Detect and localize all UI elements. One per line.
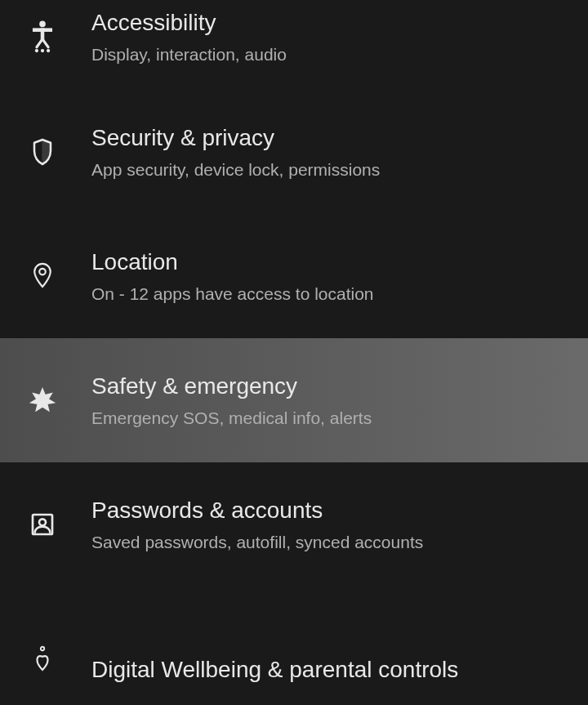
settings-item-subtitle: Emergency SOS, medical info, alerts (91, 407, 568, 429)
settings-item-title: Accessibility (91, 8, 568, 38)
accessibility-icon (23, 20, 62, 53)
svg-point-5 (36, 50, 38, 52)
settings-item-title: Security & privacy (91, 123, 568, 153)
svg-line-3 (37, 39, 42, 47)
settings-item-subtitle: App security, device lock, permissions (91, 158, 568, 181)
svg-point-6 (42, 50, 44, 52)
settings-item-title: Passwords & accounts (91, 496, 568, 525)
svg-point-11 (41, 647, 44, 650)
medical-star-icon (23, 386, 62, 414)
svg-line-4 (42, 39, 48, 47)
settings-item-title: Location (91, 248, 568, 277)
svg-point-7 (47, 50, 50, 52)
settings-item-title: Digital Wellbeing & parental controls (91, 655, 568, 685)
settings-item-subtitle: Display, interaction, audio (91, 43, 568, 65)
settings-item-subtitle: On - 12 apps have access to location (91, 283, 568, 305)
settings-item-title: Safety & emergency (91, 372, 568, 401)
settings-item-safety[interactable]: Safety & emergency Emergency SOS, medica… (0, 338, 588, 462)
settings-item-accessibility[interactable]: Accessibility Display, interaction, audi… (0, 0, 588, 90)
settings-item-text: Digital Wellbeing & parental controls (91, 655, 568, 685)
settings-item-passwords[interactable]: Passwords & accounts Saved passwords, au… (0, 462, 588, 587)
svg-point-0 (40, 21, 45, 26)
settings-item-text: Accessibility Display, interaction, audi… (91, 8, 568, 65)
svg-point-8 (39, 269, 46, 275)
settings-item-text: Safety & emergency Emergency SOS, medica… (91, 372, 568, 429)
settings-item-location[interactable]: Location On - 12 apps have access to loc… (0, 214, 588, 338)
location-pin-icon (23, 261, 62, 291)
settings-item-security[interactable]: Security & privacy App security, device … (0, 90, 588, 214)
settings-item-subtitle: Saved passwords, autofill, synced accoun… (91, 531, 568, 553)
settings-item-text: Location On - 12 apps have access to loc… (91, 248, 568, 305)
account-box-icon (23, 511, 62, 538)
settings-item-text: Security & privacy App security, device … (91, 123, 568, 181)
svg-point-10 (39, 519, 46, 525)
settings-list: Accessibility Display, interaction, audi… (0, 0, 588, 685)
settings-item-wellbeing[interactable]: Digital Wellbeing & parental controls (0, 587, 588, 685)
settings-item-text: Passwords & accounts Saved passwords, au… (91, 496, 568, 553)
wellbeing-heart-icon (23, 645, 62, 674)
shield-icon (23, 137, 62, 167)
